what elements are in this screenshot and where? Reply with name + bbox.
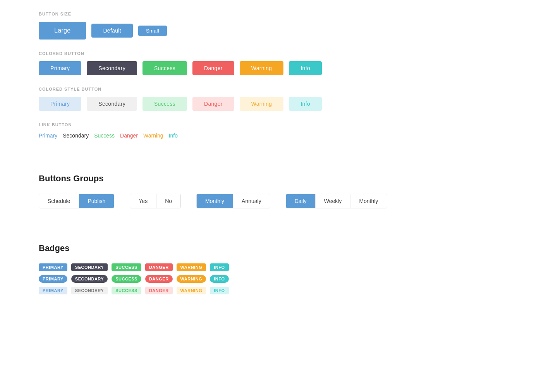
badges-heading: Badges xyxy=(39,243,512,253)
badge-primary-light: PRIMARY xyxy=(39,287,67,294)
badge-success-outline: SUCCESS xyxy=(112,275,141,283)
link-info-button[interactable]: Info xyxy=(169,132,178,139)
link-button-row: Primary Secondary Success Danger Warning… xyxy=(39,132,512,139)
link-secondary-button[interactable]: Secondary xyxy=(63,132,89,139)
style-primary-button[interactable]: Primary xyxy=(39,97,81,111)
badge-warning-solid: WARNING xyxy=(177,263,206,271)
weekly-button[interactable]: Weekly xyxy=(316,194,351,208)
badge-secondary-light: SECONDARY xyxy=(71,287,108,294)
button-size-row: Large Default Small xyxy=(39,22,512,40)
badge-secondary-solid: SECONDARY xyxy=(71,263,108,271)
badges-row-light: PRIMARY SECONDARY SUCCESS DANGER WARNING… xyxy=(39,287,512,294)
link-warning-button[interactable]: Warning xyxy=(143,132,163,139)
badge-secondary-outline: SECONDARY xyxy=(71,275,108,283)
button-size-section: BUTTON SIZE Large Default Small xyxy=(39,12,512,40)
colored-style-section: COLORED STYLE BUTTON Primary Secondary S… xyxy=(39,87,512,111)
colored-danger-button[interactable]: Danger xyxy=(192,61,234,75)
style-warning-button[interactable]: Warning xyxy=(240,97,284,111)
button-groups-row: Schedule Publish Yes No Monthly Annualy … xyxy=(39,194,512,208)
badge-success-light: SUCCESS xyxy=(112,287,141,294)
badges-row-outline: PRIMARY SECONDARY SUCCESS DANGER WARNING… xyxy=(39,275,512,283)
monthly2-button[interactable]: Monthly xyxy=(350,194,386,208)
yes-button[interactable]: Yes xyxy=(130,194,156,208)
link-success-button[interactable]: Success xyxy=(94,132,115,139)
annualy-button[interactable]: Annualy xyxy=(233,194,270,208)
colored-secondary-button[interactable]: Secondary xyxy=(87,61,137,75)
colored-button-label: COLORED BUTTON xyxy=(39,51,512,56)
badge-success-solid: SUCCESS xyxy=(112,263,141,271)
badge-warning-light: WARNING xyxy=(177,287,206,294)
colored-button-row: Primary Secondary Success Danger Warning… xyxy=(39,61,512,75)
daily-button[interactable]: Daily xyxy=(286,194,316,208)
publish-button[interactable]: Publish xyxy=(79,194,114,208)
schedule-publish-group: Schedule Publish xyxy=(39,194,114,208)
button-groups-section: Buttons Groups Schedule Publish Yes No M… xyxy=(39,174,512,208)
button-groups-heading: Buttons Groups xyxy=(39,174,512,184)
badge-danger-solid: DANGER xyxy=(145,263,173,271)
monthly-annualy-group: Monthly Annualy xyxy=(196,194,270,208)
style-danger-button[interactable]: Danger xyxy=(192,97,234,111)
small-button[interactable]: Small xyxy=(138,26,167,36)
badges-row-solid: PRIMARY SECONDARY SUCCESS DANGER WARNING… xyxy=(39,263,512,271)
schedule-button[interactable]: Schedule xyxy=(39,194,79,208)
colored-button-section: COLORED BUTTON Primary Secondary Success… xyxy=(39,51,512,75)
colored-style-row: Primary Secondary Success Danger Warning… xyxy=(39,97,512,111)
no-button[interactable]: No xyxy=(156,194,180,208)
badge-info-outline: INFO xyxy=(210,275,228,283)
style-secondary-button[interactable]: Secondary xyxy=(87,97,137,111)
badge-danger-light: DANGER xyxy=(145,287,173,294)
colored-info-button[interactable]: Info xyxy=(289,61,322,75)
button-size-label: BUTTON SIZE xyxy=(39,12,512,16)
large-button[interactable]: Large xyxy=(39,22,86,40)
badge-primary-outline: PRIMARY xyxy=(39,275,67,283)
badges-section: Badges PRIMARY SECONDARY SUCCESS DANGER … xyxy=(39,243,512,294)
badge-info-light: INFO xyxy=(210,287,228,294)
monthly-button[interactable]: Monthly xyxy=(197,194,233,208)
badge-info-solid: INFO xyxy=(210,263,228,271)
link-button-label: LINK BUTTON xyxy=(39,122,512,127)
default-button[interactable]: Default xyxy=(91,24,132,38)
daily-weekly-monthly-group: Daily Weekly Monthly xyxy=(286,194,387,208)
link-button-section: LINK BUTTON Primary Secondary Success Da… xyxy=(39,122,512,139)
colored-style-label: COLORED STYLE BUTTON xyxy=(39,87,512,91)
colored-primary-button[interactable]: Primary xyxy=(39,61,81,75)
badge-danger-outline: DANGER xyxy=(145,275,173,283)
badge-primary-solid: PRIMARY xyxy=(39,263,67,271)
link-danger-button[interactable]: Danger xyxy=(120,132,138,139)
colored-warning-button[interactable]: Warning xyxy=(240,61,284,75)
yes-no-group: Yes No xyxy=(130,194,181,208)
style-success-button[interactable]: Success xyxy=(142,97,187,111)
colored-success-button[interactable]: Success xyxy=(142,61,187,75)
link-primary-button[interactable]: Primary xyxy=(39,132,57,139)
badge-warning-outline: WARNING xyxy=(177,275,206,283)
style-info-button[interactable]: Info xyxy=(289,97,322,111)
